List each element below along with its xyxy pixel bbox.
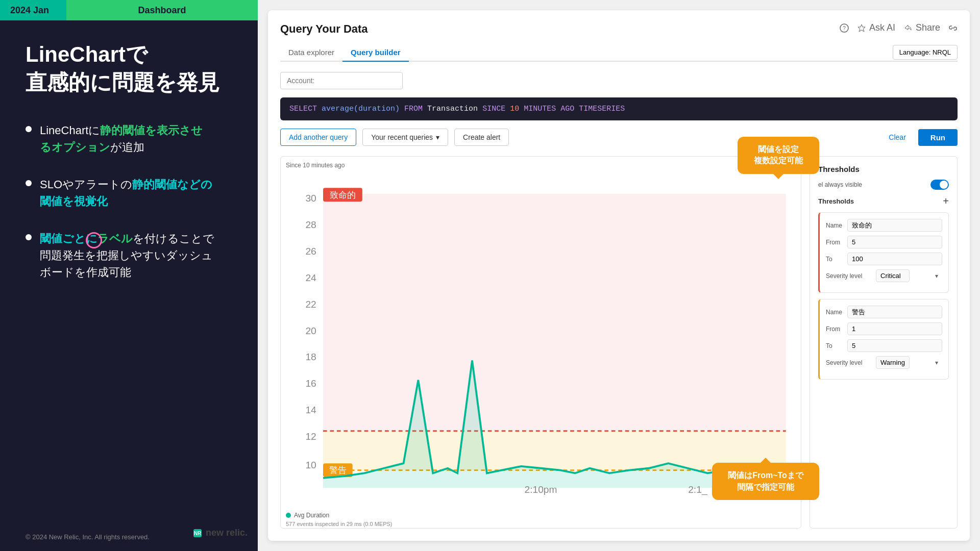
share-button[interactable]: Share bbox=[903, 22, 940, 33]
bullet-dot bbox=[26, 234, 32, 240]
left-panel: 2024 Jan Dashboard LineChartで直感的に問題を発見 L… bbox=[0, 0, 258, 551]
bullet-dot bbox=[26, 126, 32, 132]
threshold-severity-field: Severity level Warning Critical bbox=[826, 356, 942, 369]
svg-text:26: 26 bbox=[305, 246, 316, 257]
from-label: From bbox=[826, 239, 843, 246]
critical-from-input[interactable] bbox=[847, 236, 942, 248]
account-input[interactable] bbox=[280, 72, 403, 89]
left-content: LineChartで直感的に問題を発見 LineChartに静的閾値を表示させる… bbox=[0, 20, 258, 523]
clear-button[interactable]: Clear bbox=[883, 129, 912, 145]
svg-text:24: 24 bbox=[305, 272, 316, 283]
header-year: 2024 Jan bbox=[0, 0, 66, 20]
link-button[interactable] bbox=[948, 23, 958, 33]
name-label: Name bbox=[826, 309, 843, 316]
thresholds-section-label: Thresholds bbox=[818, 197, 854, 205]
highlight-text: 静的閾値を表示させるオプション bbox=[40, 124, 203, 154]
line-chart: 30 28 26 24 22 20 18 16 14 12 10 bbox=[286, 173, 796, 509]
list-item: SLOやアラートの静的閾値などの閾値を視覚化 bbox=[26, 176, 232, 210]
warning-threshold-card: Name From To Severity level bbox=[818, 299, 949, 380]
share-icon bbox=[903, 23, 913, 33]
svg-text:10: 10 bbox=[305, 460, 316, 470]
always-visible-toggle[interactable] bbox=[930, 180, 949, 190]
threshold-callout: 閾値を設定複数設定可能 bbox=[738, 137, 819, 174]
svg-text:30: 30 bbox=[305, 193, 316, 204]
threshold-to-field: To bbox=[826, 339, 942, 352]
recent-queries-button[interactable]: Your recent queries ▾ bbox=[362, 129, 448, 146]
from-to-callout: 閾値はFrom~Toまで間隔で指定可能 bbox=[712, 463, 819, 500]
legend-dot bbox=[286, 513, 291, 518]
highlight-text: ラベル bbox=[97, 232, 133, 245]
warning-severity-select[interactable]: Warning Critical bbox=[876, 356, 910, 369]
critical-severity-select[interactable]: Critical Warning bbox=[876, 269, 910, 282]
threshold-name-field: Name bbox=[826, 219, 942, 232]
nrql-editor[interactable]: SELECT average(duration) FROM Transactio… bbox=[280, 97, 958, 120]
threshold-name-field: Name bbox=[826, 306, 942, 318]
warning-from-input[interactable] bbox=[847, 322, 942, 335]
list-item: LineChartに静的閾値を表示させるオプションが追加 bbox=[26, 122, 232, 156]
thresholds-header: Thresholds bbox=[818, 165, 949, 173]
bullet-list: LineChartに静的閾値を表示させるオプションが追加 SLOやアラートの静的… bbox=[26, 122, 232, 281]
add-threshold-button[interactable]: + bbox=[943, 196, 949, 206]
svg-marker-4 bbox=[858, 24, 865, 32]
critical-to-input[interactable] bbox=[847, 253, 942, 265]
chart-legend: Avg Duration bbox=[286, 512, 796, 519]
warning-to-input[interactable] bbox=[847, 339, 942, 352]
warning-name-input[interactable] bbox=[847, 306, 942, 318]
account-row bbox=[280, 72, 958, 89]
bullet-text: LineChartに静的閾値を表示させるオプションが追加 bbox=[40, 122, 203, 156]
tab-query-builder[interactable]: Query builder bbox=[342, 44, 409, 62]
chevron-down-icon: ▾ bbox=[436, 133, 439, 141]
severity-label: Severity level bbox=[826, 272, 872, 280]
query-actions: Add another query Your recent queries ▾ … bbox=[280, 129, 958, 146]
list-item: 閾値ごとにラベルを付けることで問題発生を把握しやすいダッシュボードを作成可能 bbox=[26, 230, 232, 281]
threshold-from-field: From bbox=[826, 322, 942, 335]
create-alert-button[interactable]: Create alert bbox=[454, 129, 509, 146]
svg-rect-17 bbox=[323, 194, 786, 431]
header-dashboard: Dashboard bbox=[66, 0, 258, 20]
svg-text:致命的: 致命的 bbox=[330, 190, 356, 200]
thresholds-panel: Thresholds el always visible Thresholds … bbox=[810, 156, 958, 529]
name-label: Name bbox=[826, 222, 843, 229]
chart-area: Since 10 minutes ago 30 28 26 24 22 20 1… bbox=[280, 156, 958, 529]
header-bar: 2024 Jan Dashboard bbox=[0, 0, 258, 20]
chart-stats: 577 events inspected in 29 ms (0.0 MEPS) bbox=[286, 521, 796, 527]
to-label: To bbox=[826, 342, 843, 349]
threshold-from-field: From bbox=[826, 236, 942, 248]
critical-name-input[interactable] bbox=[847, 219, 942, 232]
tab-data-explorer[interactable]: Data explorer bbox=[280, 44, 342, 62]
svg-text:警告: 警告 bbox=[329, 465, 347, 475]
severity-select-wrapper: Warning Critical bbox=[876, 356, 942, 369]
highlight-text: 静的閾値などの閾値を視覚化 bbox=[40, 178, 212, 208]
svg-text:12: 12 bbox=[305, 431, 316, 442]
severity-select-wrapper: Critical Warning bbox=[876, 269, 942, 282]
language-button[interactable]: Language: NRQL bbox=[893, 45, 958, 60]
bullet-dot bbox=[26, 180, 32, 186]
svg-text:14: 14 bbox=[305, 405, 316, 415]
from-label: From bbox=[826, 325, 843, 333]
svg-text:16: 16 bbox=[305, 378, 316, 389]
critical-threshold-card: Name From To Severity level bbox=[818, 212, 949, 293]
thresholds-title: Thresholds bbox=[818, 165, 860, 173]
add-query-button[interactable]: Add another query bbox=[280, 129, 356, 146]
svg-text:?: ? bbox=[843, 26, 846, 31]
card-top-icons: ? Ask AI Share bbox=[840, 22, 958, 33]
chart-svg: 30 28 26 24 22 20 18 16 14 12 10 bbox=[286, 173, 796, 509]
ai-icon bbox=[857, 23, 866, 33]
bullet-text: 閾値ごとにラベルを付けることで問題発生を把握しやすいダッシュボードを作成可能 bbox=[40, 230, 214, 281]
query-card: Query Your Data ? Ask AI Share bbox=[268, 10, 970, 541]
nrql-select: SELECT bbox=[289, 105, 317, 113]
severity-label: Severity level bbox=[826, 359, 872, 366]
chart-time-label: Since 10 minutes ago bbox=[286, 162, 796, 169]
legend-label: Avg Duration bbox=[294, 512, 329, 519]
svg-text:18: 18 bbox=[305, 352, 316, 362]
right-panel: Query Your Data ? Ask AI Share bbox=[258, 0, 980, 551]
always-visible-label: el always visible bbox=[818, 181, 862, 188]
threshold-severity-field: Severity level Critical Warning bbox=[826, 269, 942, 282]
to-label: To bbox=[826, 256, 843, 263]
help-button[interactable]: ? bbox=[840, 23, 849, 33]
ask-ai-button[interactable]: Ask AI bbox=[857, 22, 895, 33]
run-button[interactable]: Run bbox=[918, 129, 958, 146]
bullet-text: SLOやアラートの静的閾値などの閾値を視覚化 bbox=[40, 176, 212, 210]
recent-queries-label: Your recent queries bbox=[371, 133, 433, 141]
svg-text:2:1_: 2:1_ bbox=[688, 484, 707, 495]
